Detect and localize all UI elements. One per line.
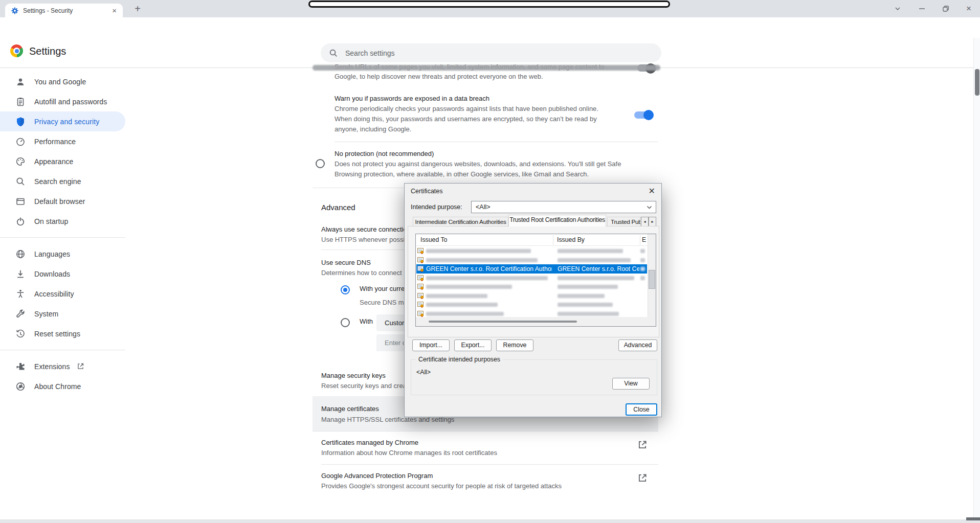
- tab-close-icon[interactable]: ×: [110, 6, 119, 15]
- tab-title: Settings - Security: [23, 7, 110, 14]
- password-warning-title: Warn you if passwords are exposed in a d…: [335, 95, 489, 102]
- search-input[interactable]: [344, 49, 631, 58]
- restore-button[interactable]: [938, 3, 953, 14]
- certificate-purposes-group: Certificate intended purposes <All> View: [411, 359, 657, 395]
- sidebar-item-privacy-security[interactable]: Privacy and security: [0, 111, 125, 131]
- external-link-icon[interactable]: [637, 473, 648, 483]
- advanced-protection-desc: Provides Google's strongest account secu…: [321, 482, 562, 490]
- sidebar-item-downloads[interactable]: Downloads: [0, 264, 125, 284]
- chrome-logo: [10, 44, 23, 57]
- screen-artifact-bar: [308, 1, 670, 8]
- secure-dns-current-desc: Secure DNS ma: [360, 299, 408, 306]
- secure-dns-desc: Determines how to connect: [321, 269, 402, 277]
- sidebar-item-appearance[interactable]: Appearance: [0, 151, 125, 171]
- secure-dns-current-radio[interactable]: [341, 285, 350, 294]
- speedometer-icon: [15, 137, 26, 147]
- no-protection-radio[interactable]: [316, 159, 325, 168]
- certificate-row[interactable]: [416, 300, 647, 309]
- chrome-icon: [15, 381, 26, 392]
- puzzle-icon: [15, 361, 26, 372]
- sidebar-item-reset-settings[interactable]: Reset settings: [0, 324, 125, 344]
- sidebar-item-autofill[interactable]: Autofill and passwords: [0, 92, 125, 111]
- import-button[interactable]: Import...: [412, 339, 450, 351]
- certificate-list[interactable]: Issued To Issued By E GREEN Ce: [415, 234, 656, 327]
- settings-search[interactable]: [321, 43, 661, 62]
- divider: [321, 464, 658, 465]
- secure-connections-desc: Use HTTPS whenever possib: [321, 236, 409, 243]
- dialog-close-icon[interactable]: ✕: [649, 186, 655, 196]
- page-scrollbar[interactable]: [973, 38, 980, 523]
- window-bottom-edge: [0, 519, 980, 523]
- certs-managed-desc: Information about how Chrome manages its…: [321, 449, 497, 457]
- no-protection-desc: Does not protect you against dangerous w…: [335, 160, 621, 168]
- advanced-button[interactable]: Advanced: [618, 339, 657, 351]
- browser-window: Settings - Security × + × ← → Chrome | c…: [0, 0, 980, 523]
- power-icon: [15, 216, 26, 226]
- selected-issued-to: GREEN Center s.r.o. Root Certification A…: [426, 265, 552, 272]
- advanced-heading: Advanced: [321, 203, 355, 212]
- scrollbar-thumb[interactable]: [429, 321, 577, 323]
- globe-icon: [15, 249, 26, 259]
- new-tab-button[interactable]: +: [131, 2, 144, 15]
- sidebar-item-languages[interactable]: Languages: [0, 244, 125, 264]
- tab-scroll-right-icon[interactable]: ▸: [649, 217, 656, 226]
- certificate-row[interactable]: [416, 274, 647, 283]
- scrollbar-corner: [966, 517, 980, 520]
- close-window-button[interactable]: ×: [961, 3, 976, 14]
- tab-trusted-publishers[interactable]: Trusted Publ: [607, 217, 641, 226]
- certificate-row[interactable]: [416, 246, 647, 256]
- no-protection-title: No protection (not recommended): [335, 150, 434, 157]
- list-vertical-scrollbar[interactable]: [648, 234, 656, 317]
- intended-purpose-label: Intended purpose:: [411, 203, 462, 211]
- minimize-button[interactable]: [914, 3, 929, 14]
- no-protection-desc: Browsing protection, where available, in…: [335, 170, 589, 178]
- list-header: Issued To Issued By E: [416, 234, 656, 246]
- certificate-row[interactable]: [416, 291, 647, 301]
- sidebar-item-search-engine[interactable]: Search engine: [0, 171, 125, 191]
- browser-window-icon: [15, 196, 26, 207]
- external-link-icon[interactable]: [637, 440, 648, 450]
- certificate-row[interactable]: [416, 282, 647, 291]
- secure-connections-title: Always use secure connectio: [321, 225, 407, 233]
- sidebar-item-extensions[interactable]: Extensions: [0, 356, 125, 376]
- divider: [313, 431, 658, 431]
- sidebar-item-system[interactable]: System: [0, 304, 125, 324]
- autofill-icon: [15, 97, 26, 107]
- tab-panel: Issued To Issued By E GREEN Ce: [408, 226, 659, 337]
- certificate-row-selected[interactable]: GREEN Center s.r.o. Root Certification A…: [416, 264, 647, 274]
- column-issued-by[interactable]: Issued By: [557, 236, 585, 243]
- sidebar-item-default-browser[interactable]: Default browser: [0, 191, 125, 211]
- tab-trusted-root-authorities[interactable]: Trusted Root Certification Authorities: [508, 215, 606, 226]
- tab-scroll-left-icon[interactable]: ◂: [641, 217, 649, 226]
- tab-intermediate-authorities[interactable]: Intermediate Certification Authorities: [413, 217, 508, 226]
- scrollbar-thumb[interactable]: [649, 270, 655, 289]
- close-button[interactable]: Close: [626, 403, 657, 416]
- sidebar-divider: [0, 237, 125, 238]
- sidebar-item-about-chrome[interactable]: About Chrome: [0, 376, 125, 396]
- manage-certificates-title: Manage certificates: [321, 405, 379, 413]
- intended-purpose-select[interactable]: <All>: [471, 201, 656, 213]
- column-expiration[interactable]: E: [642, 236, 646, 243]
- password-warning-toggle-knob: [643, 110, 654, 120]
- tab-strip: Settings - Security × + ×: [0, 0, 980, 17]
- group-label: Certificate intended purposes: [416, 356, 503, 363]
- selected-issued-by: GREEN Center s.r.o. Root Ce...: [558, 265, 639, 272]
- remove-button[interactable]: Remove: [496, 339, 533, 351]
- scrollbar-thumb[interactable]: [975, 69, 979, 96]
- certs-managed-title: Certificates managed by Chrome: [321, 439, 418, 446]
- sidebar-item-on-startup[interactable]: On startup: [0, 211, 125, 231]
- window-menu-chevron-icon[interactable]: [890, 3, 905, 14]
- purposes-value: <All>: [416, 369, 431, 376]
- sidebar-item-you-and-google[interactable]: You and Google: [0, 72, 125, 92]
- sidebar-item-performance[interactable]: Performance: [0, 131, 125, 151]
- column-issued-to[interactable]: Issued To: [420, 236, 447, 243]
- wrench-icon: [15, 309, 26, 319]
- secure-dns-custom-radio[interactable]: [341, 318, 350, 327]
- browser-tab[interactable]: Settings - Security ×: [5, 4, 123, 17]
- sidebar-item-accessibility[interactable]: Accessibility: [0, 284, 125, 304]
- list-horizontal-scrollbar[interactable]: [416, 317, 656, 326]
- view-button[interactable]: View: [612, 378, 650, 390]
- export-button[interactable]: Export...: [454, 339, 492, 351]
- certificate-row[interactable]: [416, 256, 647, 265]
- certificate-rows: GREEN Center s.r.o. Root Certification A…: [416, 246, 647, 318]
